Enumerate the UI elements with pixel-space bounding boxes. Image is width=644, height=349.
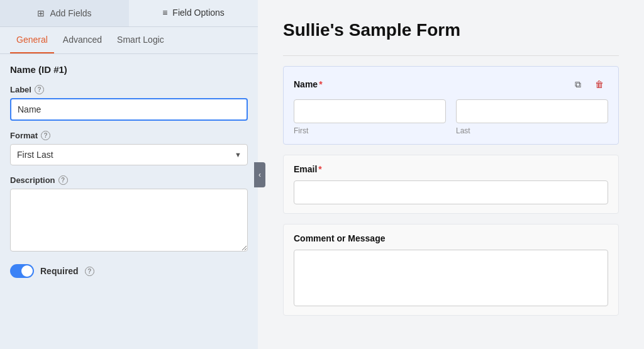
format-field-label: Format ? [10,131,248,140]
description-help-icon[interactable]: ? [58,175,68,185]
required-row: Required ? [10,264,248,278]
first-name-group: First [294,99,446,135]
left-panel: ⊞ Add Fields ≡ Field Options General Adv… [0,0,258,349]
tab-field-options[interactable]: ≡ Field Options [129,0,258,26]
form-divider [283,55,619,56]
tab-smart-logic[interactable]: Smart Logic [111,27,170,53]
required-help-icon[interactable]: ? [85,267,94,276]
email-field-label-row: Email* [294,164,608,174]
last-name-input[interactable] [456,99,608,123]
last-name-sublabel: Last [456,126,608,135]
required-label: Required [40,266,79,276]
add-fields-icon: ⊞ [37,8,45,18]
right-panel: Sullie's Sample Form Name* ⧉ 🗑 First [258,0,644,349]
format-help-icon[interactable]: ? [41,131,50,140]
last-name-group: Last [456,99,608,135]
panel-content: Name (ID #1) Label ? Format ? First Last [0,54,258,349]
first-name-sublabel: First [294,126,446,135]
description-field-label: Description ? [10,175,248,185]
comment-field-label-row: Comment or Message [294,233,608,243]
format-group: Format ? First Last First Name Only Last… [10,131,248,165]
name-field-label: Name* [294,79,323,89]
label-field-label: Label ? [10,85,248,94]
name-required-star: * [319,79,322,89]
name-inputs-row: First Last [294,99,608,135]
label-help-icon[interactable]: ? [35,85,44,94]
name-copy-button[interactable]: ⧉ [569,75,587,93]
label-input[interactable] [10,98,248,121]
field-options-label: Field Options [172,8,224,18]
email-field-block: Email* [283,155,619,214]
tab-general[interactable]: General [10,27,54,53]
description-input[interactable] [10,189,248,252]
field-title: Name (ID #1) [10,64,248,75]
label-group: Label ? [10,85,248,121]
name-field-label-row: Name* ⧉ 🗑 [294,75,608,93]
email-required-star: * [318,164,321,174]
name-field-block: Name* ⧉ 🗑 First Last [283,66,619,145]
first-name-input[interactable] [294,99,446,123]
add-fields-label: Add Fields [50,8,91,18]
tab-add-fields[interactable]: ⊞ Add Fields [0,0,129,26]
collapse-handle[interactable]: ‹ [254,162,265,187]
format-select[interactable]: First Last First Name Only Last Name Onl… [10,144,248,165]
comment-field-label: Comment or Message [294,233,385,243]
format-select-wrapper: First Last First Name Only Last Name Onl… [10,144,248,165]
name-delete-button[interactable]: 🗑 [591,75,608,93]
sub-tabs-bar: General Advanced Smart Logic [0,27,258,54]
chevron-left-icon: ‹ [258,170,261,179]
form-title: Sullie's Sample Form [283,20,619,40]
comment-field-block: Comment or Message [283,224,619,316]
description-group: Description ? [10,175,248,254]
name-field-actions: ⧉ 🗑 [569,75,608,93]
tab-advanced[interactable]: Advanced [57,27,108,53]
top-tabs-bar: ⊞ Add Fields ≡ Field Options [0,0,258,27]
field-options-icon: ≡ [162,8,167,18]
comment-input[interactable] [294,250,608,306]
required-toggle[interactable] [10,264,34,278]
email-field-label: Email* [294,164,322,174]
email-input[interactable] [294,180,608,204]
